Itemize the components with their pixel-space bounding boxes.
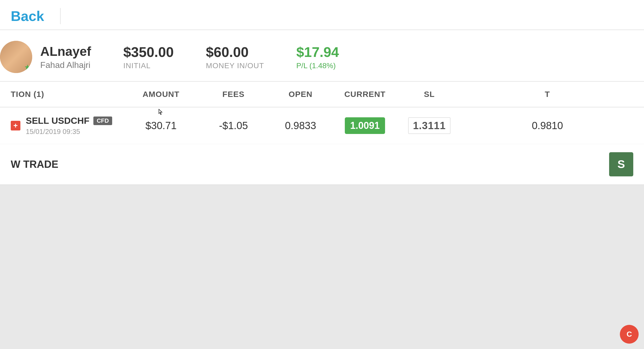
bottom-indicator: C xyxy=(620,325,639,344)
main-container: Back ★ ALnayef Fahad Alhajri $350.00 INI… xyxy=(0,0,644,349)
money-stat: $60.00 MONEY IN/OUT xyxy=(206,44,264,70)
avatar: ★ xyxy=(0,41,32,73)
sell-indicator: + xyxy=(11,121,20,130)
stats-container: $350.00 INITIAL $60.00 MONEY IN/OUT $17.… xyxy=(123,44,339,70)
new-trade-label: W TRADE xyxy=(11,159,58,170)
pl-label: P/L (1.48%) xyxy=(296,61,339,70)
cell-amount: $30.71 xyxy=(123,120,199,132)
cfd-badge: CFD xyxy=(93,117,112,125)
col-header-amount: AMOUNT xyxy=(123,90,199,99)
col-header-position: TION (1) xyxy=(11,90,123,99)
table-row: + SELL USDCHF CFD 15/01/2019 09:35 $30.7… xyxy=(0,107,644,144)
col-header-t: T xyxy=(462,90,633,99)
current-value-badge: 1.0091 xyxy=(345,117,385,134)
position-details: SELL USDCHF CFD 15/01/2019 09:35 xyxy=(26,115,112,136)
cell-current: 1.0091 xyxy=(333,117,397,134)
col-header-fees: FEES xyxy=(199,90,268,99)
cell-fees: -$1.05 xyxy=(199,120,268,132)
position-type-instrument: SELL USDCHF xyxy=(26,115,89,126)
user-full-name: Fahad Alhajri xyxy=(40,60,91,70)
position-title: SELL USDCHF CFD xyxy=(26,115,112,126)
new-trade-row: W TRADE S xyxy=(0,144,644,185)
user-info: ALnayef Fahad Alhajri xyxy=(40,44,91,70)
back-button[interactable]: Back xyxy=(11,8,61,24)
gray-area xyxy=(0,185,644,349)
position-date: 15/01/2019 09:35 xyxy=(26,128,112,136)
position-info: + SELL USDCHF CFD 15/01/2019 09:35 xyxy=(11,115,123,136)
initial-value: $350.00 xyxy=(123,44,174,60)
col-header-current: CURRENT xyxy=(333,90,397,99)
col-header-sl: SL xyxy=(397,90,462,99)
table-header: TION (1) AMOUNT FEES OPEN CURRENT SL T xyxy=(0,82,644,107)
user-name: ALnayef xyxy=(40,44,91,59)
money-label: MONEY IN/OUT xyxy=(206,61,264,70)
profile-section: ★ ALnayef Fahad Alhajri $350.00 INITIAL … xyxy=(0,30,644,82)
cell-t: 0.9810 xyxy=(462,120,633,132)
money-value: $60.00 xyxy=(206,44,264,60)
header: Back xyxy=(0,0,644,30)
initial-stat: $350.00 INITIAL xyxy=(123,44,174,70)
pl-value: $17.94 xyxy=(296,44,339,60)
cell-sl: 1.3111 xyxy=(397,120,462,132)
col-header-open: OPEN xyxy=(268,90,333,99)
star-icon: ★ xyxy=(24,63,31,72)
sl-value: 1.3111 xyxy=(408,117,451,134)
cell-open: 0.9833 xyxy=(268,120,333,132)
pl-stat: $17.94 P/L (1.48%) xyxy=(296,44,339,70)
initial-label: INITIAL xyxy=(123,61,174,70)
new-trade-button[interactable]: S xyxy=(609,152,633,176)
